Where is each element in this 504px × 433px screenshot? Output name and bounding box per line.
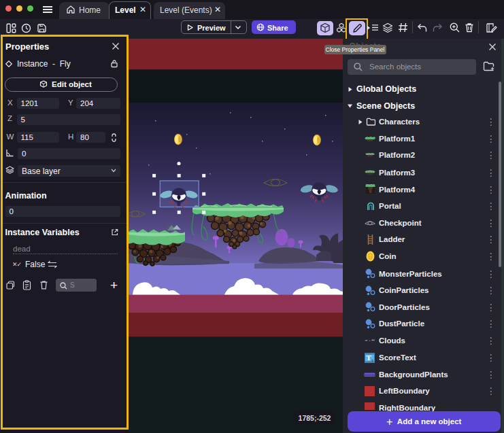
- svg-text:x: x: [371, 358, 373, 362]
- svg-text:1785;-252: 1785;-252: [299, 414, 331, 422]
